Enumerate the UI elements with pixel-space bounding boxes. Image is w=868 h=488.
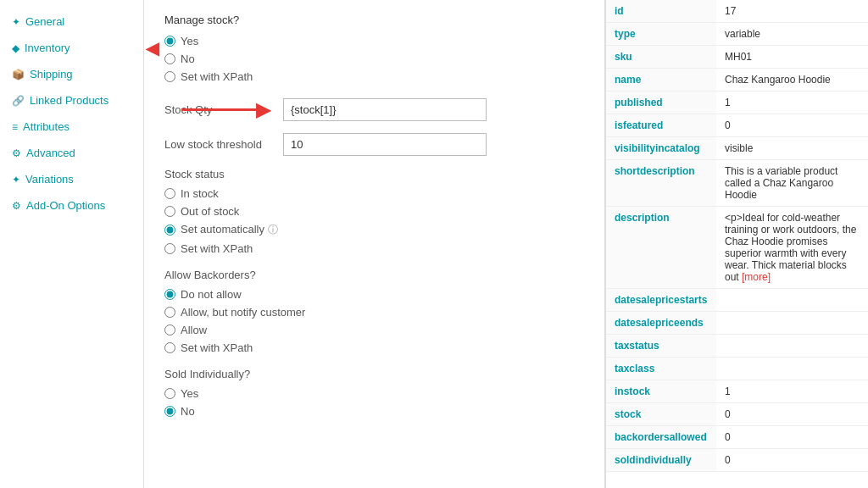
field-key: soldindividually [606, 449, 716, 472]
sidebar-item-shipping[interactable]: 📦 Shipping [0, 61, 143, 87]
sidebar-item-add-on-options[interactable]: ⚙ Add-On Options [0, 192, 143, 219]
field-key: datesalepricestarts [606, 289, 716, 312]
sidebar-item-label: Inventory [25, 42, 70, 54]
field-key: datesalepriceends [606, 312, 716, 335]
backorders-allow-radio[interactable] [164, 324, 175, 336]
table-row: instock 1 [606, 380, 868, 403]
backorders-xpath-label: Set with XPath [181, 341, 253, 354]
sold-individually-yes-radio[interactable] [164, 388, 175, 399]
table-row: taxclass [606, 358, 868, 380]
field-key: published [606, 92, 716, 114]
inventory-arrow: ◀ [146, 38, 159, 58]
backorders-label: Allow Backorders? [164, 269, 584, 281]
attributes-icon: ≡ [12, 121, 18, 133]
product-data-table: id 17 type variable sku MH01 name Chaz K… [606, 0, 868, 472]
manage-stock-xpath-label: Set with XPath [181, 70, 253, 83]
backorders-allow[interactable]: Allow [164, 324, 584, 336]
stock-xpath-label: Set with XPath [181, 242, 253, 255]
table-row: backordersallowed 0 [606, 426, 868, 449]
backorders-allow-label: Allow [181, 324, 207, 336]
field-value [716, 358, 868, 380]
field-value: Chaz Kangaroo Hoodie [716, 69, 868, 92]
sidebar-item-linked-products[interactable]: 🔗 Linked Products [0, 87, 143, 114]
sold-individually-no-label: No [181, 405, 195, 418]
field-value: MH01 [716, 46, 868, 69]
stock-instock-radio[interactable] [164, 188, 175, 199]
stock-auto-radio[interactable] [164, 225, 175, 236]
stock-outofstock-radio[interactable] [164, 206, 175, 217]
right-panel: id 17 type variable sku MH01 name Chaz K… [605, 0, 868, 488]
stock-instock-label: In stock [181, 187, 219, 200]
stock-xpath[interactable]: Set with XPath [164, 242, 584, 255]
shipping-icon: 📦 [12, 69, 25, 80]
table-row: description <p>Ideal for cold-weather tr… [606, 207, 868, 289]
manage-stock-xpath[interactable]: Set with XPath [164, 70, 584, 83]
sold-individually-label: Sold Individually? [164, 368, 584, 380]
low-stock-label: Low stock threshold [164, 138, 283, 151]
stock-instock[interactable]: In stock [164, 187, 584, 200]
sold-individually-no[interactable]: No [164, 405, 584, 418]
field-value [716, 289, 868, 312]
field-value [716, 335, 868, 358]
field-key: taxclass [606, 358, 716, 380]
manage-stock-no[interactable]: No [164, 53, 584, 65]
backorders-donotallow-label: Do not allow [181, 288, 242, 301]
field-key: stock [606, 403, 716, 426]
field-value [716, 312, 868, 335]
backorders-donotallow-radio[interactable] [164, 289, 175, 300]
stock-qty-input[interactable] [283, 98, 487, 121]
table-row: published 1 [606, 92, 868, 114]
stock-xpath-radio[interactable] [164, 243, 175, 254]
stock-auto[interactable]: Set automatically ⓘ [164, 223, 584, 237]
table-row: shortdescription This is a variable prod… [606, 160, 868, 207]
field-value: 17 [716, 0, 868, 23]
stock-status-label: Stock status [164, 168, 584, 180]
table-row: stock 0 [606, 403, 868, 426]
manage-stock-yes-label: Yes [181, 35, 198, 47]
sold-individually-no-radio[interactable] [164, 406, 175, 417]
advanced-icon: ⚙ [12, 147, 21, 159]
sold-individually-yes[interactable]: Yes [164, 387, 584, 400]
backorders-xpath[interactable]: Set with XPath [164, 341, 584, 354]
manage-stock-yes[interactable]: Yes [164, 35, 584, 47]
field-key: instock [606, 380, 716, 403]
more-link[interactable]: [more] [742, 271, 771, 283]
arrow-head: ▶ [256, 99, 270, 121]
stock-qty-input-wrapper: ▶ [283, 98, 487, 121]
stock-outofstock-label: Out of stock [181, 205, 239, 218]
stock-qty-arrow: ▶ [181, 99, 270, 121]
inventory-icon: ◆ [12, 42, 19, 54]
manage-stock-yes-radio[interactable] [164, 36, 175, 47]
sidebar-item-attributes[interactable]: ≡ Attributes [0, 114, 143, 140]
table-row: taxstatus [606, 335, 868, 358]
sidebar-item-label: Advanced [26, 147, 75, 159]
sidebar-item-label: Linked Products [30, 94, 108, 107]
backorders-do-not[interactable]: Do not allow [164, 288, 584, 301]
sidebar-item-advanced[interactable]: ⚙ Advanced [0, 140, 143, 166]
field-value: This is a variable product called a Chaz… [716, 160, 868, 207]
manage-stock-no-label: No [181, 53, 195, 65]
backorders-notify[interactable]: Allow, but notify customer [164, 306, 584, 319]
backorders-xpath-radio[interactable] [164, 342, 175, 353]
backorders-notify-radio[interactable] [164, 307, 175, 318]
sidebar-item-variations[interactable]: ✦ Variations [0, 166, 143, 192]
stock-outofstock[interactable]: Out of stock [164, 205, 584, 218]
sidebar-item-label: Shipping [30, 68, 73, 80]
sold-individually-yes-label: Yes [181, 387, 198, 400]
table-row: sku MH01 [606, 46, 868, 69]
sidebar-item-general[interactable]: ✦ General [0, 8, 143, 35]
manage-stock-no-radio[interactable] [164, 53, 175, 64]
low-stock-input[interactable] [283, 133, 487, 156]
field-key: shortdescription [606, 160, 716, 207]
field-key: id [606, 0, 716, 23]
variations-icon: ✦ [12, 174, 20, 186]
manage-stock-xpath-radio[interactable] [164, 71, 175, 82]
linked-products-icon: 🔗 [12, 95, 25, 107]
table-row: visibilityincatalog visible [606, 137, 868, 160]
sidebar-item-label: Add-On Options [26, 199, 105, 212]
stock-qty-row: Stock Qty ▶ [164, 98, 584, 121]
field-key: taxstatus [606, 335, 716, 358]
field-key: isfeatured [606, 114, 716, 137]
table-row: type variable [606, 23, 868, 46]
sidebar-item-inventory[interactable]: ◆ Inventory ◀ [0, 35, 143, 61]
